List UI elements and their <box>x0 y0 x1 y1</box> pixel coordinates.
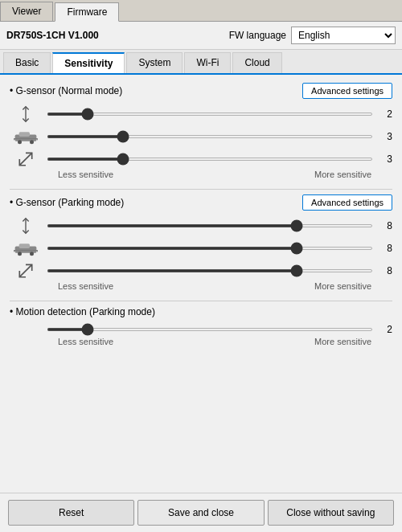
gsensor-normal-slider-3[interactable] <box>47 158 373 161</box>
gsensor-parking-slider-1[interactable] <box>47 224 373 227</box>
more-sensitive-label-2: More sensitive <box>314 281 371 291</box>
slider-row: 8 <box>10 217 392 235</box>
slider-row: 3 <box>10 128 392 145</box>
slider-row: 2 <box>10 105 392 123</box>
more-sensitive-label: More sensitive <box>314 170 371 179</box>
more-sensitive-label-3: More sensitive <box>314 337 371 346</box>
tab-sensitivity[interactable]: Sensitivity <box>52 52 125 73</box>
gsensor-parking-advanced-btn[interactable]: Advanced settings <box>302 194 392 211</box>
vertical-arrow-icon-2 <box>10 217 42 235</box>
motion-detection-section: • Motion detection (Parking mode) 2 Less… <box>10 306 392 346</box>
reset-button[interactable]: Reset <box>8 500 134 526</box>
gsensor-parking-slider-3[interactable] <box>47 269 373 272</box>
diagonal-arrow-icon-2 <box>10 262 42 280</box>
motion-detection-sliders: 2 <box>10 324 392 335</box>
svg-point-3 <box>18 140 22 144</box>
gsensor-parking-title: • G-sensor (Parking mode) <box>10 197 124 208</box>
gsensor-normal-slider-1[interactable] <box>47 113 373 116</box>
svg-point-12 <box>18 252 22 256</box>
motion-detection-value: 2 <box>378 324 392 335</box>
gsensor-normal-labels: Less sensitive More sensitive <box>10 170 392 179</box>
diagonal-arrow-icon <box>10 150 42 168</box>
gsensor-parking-value-2: 8 <box>378 243 392 254</box>
language-select[interactable]: English Korean Chinese Japanese French <box>291 27 396 44</box>
motion-detection-slider[interactable] <box>47 328 373 331</box>
less-sensitive-label-3: Less sensitive <box>58 337 113 346</box>
slider-row: 8 <box>10 239 392 257</box>
gsensor-normal-title: • G-sensor (Normal mode) <box>10 85 122 96</box>
motion-detection-labels: Less sensitive More sensitive <box>10 337 392 346</box>
save-close-button[interactable]: Save and close <box>137 500 264 526</box>
car-icon <box>10 128 42 145</box>
gsensor-normal-value-2: 3 <box>378 131 392 142</box>
bottom-bar: Reset Save and close Close without savin… <box>0 493 402 532</box>
gsensor-normal-value-1: 2 <box>378 108 392 120</box>
svg-line-17 <box>19 264 31 276</box>
slider-row: 2 <box>10 324 392 335</box>
svg-point-4 <box>30 140 34 144</box>
top-tabs: Viewer Firmware <box>0 0 402 22</box>
gsensor-parking-value-3: 8 <box>378 265 392 276</box>
car-icon-2 <box>10 239 42 257</box>
less-sensitive-label-2: Less sensitive <box>58 281 113 291</box>
top-tab-firmware[interactable]: Firmware <box>55 2 119 22</box>
gsensor-parking-labels: Less sensitive More sensitive <box>10 281 392 291</box>
tab-cloud[interactable]: Cloud <box>232 52 281 73</box>
gsensor-normal-section: • G-sensor (Normal mode) Advanced settin… <box>10 83 392 179</box>
gsensor-normal-advanced-btn[interactable]: Advanced settings <box>302 83 392 99</box>
fw-language-label: FW language <box>229 30 286 41</box>
sub-tabs: Basic Sensitivity System Wi-Fi Cloud <box>0 50 402 75</box>
svg-rect-11 <box>19 243 30 248</box>
gsensor-normal-slider-2[interactable] <box>47 135 373 138</box>
motion-detection-header: • Motion detection (Parking mode) <box>10 306 392 317</box>
gsensor-parking-section: • G-sensor (Parking mode) Advanced setti… <box>10 194 392 291</box>
tab-basic[interactable]: Basic <box>3 52 51 73</box>
tab-wifi[interactable]: Wi-Fi <box>184 52 231 73</box>
motion-detection-title: • Motion detection (Parking mode) <box>10 306 155 317</box>
tab-system[interactable]: System <box>126 52 183 73</box>
gsensor-parking-value-1: 8 <box>378 220 392 231</box>
header-row: DR750S-1CH V1.000 FW language English Ko… <box>0 22 402 50</box>
gsensor-normal-value-3: 3 <box>378 153 392 165</box>
svg-line-8 <box>19 153 31 165</box>
top-tab-viewer[interactable]: Viewer <box>0 2 53 21</box>
main-content: • G-sensor (Normal mode) Advanced settin… <box>0 75 402 493</box>
gsensor-parking-sliders: 8 8 <box>10 217 392 280</box>
svg-point-13 <box>30 252 34 256</box>
svg-rect-2 <box>19 132 30 137</box>
close-without-saving-button[interactable]: Close without saving <box>268 500 394 526</box>
gsensor-parking-header: • G-sensor (Parking mode) Advanced setti… <box>10 194 392 211</box>
vertical-arrow-icon <box>10 105 42 123</box>
gsensor-normal-header: • G-sensor (Normal mode) Advanced settin… <box>10 83 392 99</box>
gsensor-normal-sliders: 2 3 <box>10 105 392 168</box>
slider-row: 3 <box>10 150 392 168</box>
less-sensitive-label: Less sensitive <box>58 170 113 179</box>
device-name: DR750S-1CH V1.000 <box>6 30 229 41</box>
divider-2 <box>10 301 392 301</box>
gsensor-parking-slider-2[interactable] <box>47 247 373 250</box>
divider <box>10 189 392 190</box>
slider-row: 8 <box>10 262 392 280</box>
